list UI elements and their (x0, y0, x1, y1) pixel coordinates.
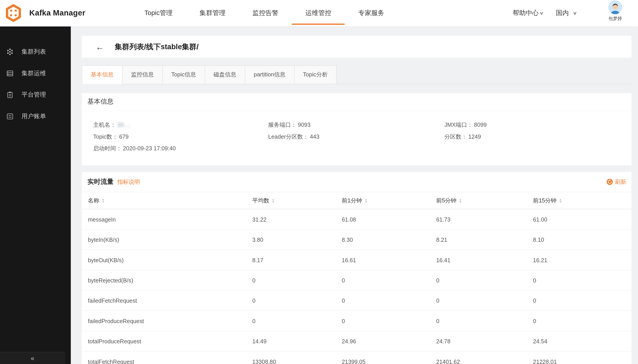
metric-1min: 61.08 (342, 216, 436, 222)
app-header: Kafka Manager Topic管理 集群管理 监控告警 运维管控 专家服… (0, 0, 638, 26)
field-label: Topic数： (93, 132, 118, 141)
metric-name: failedProduceRequest (88, 318, 252, 324)
metric-5min: 0 (436, 277, 533, 284)
region-label: 国内 (556, 9, 569, 18)
field-value: 8099 (474, 121, 487, 129)
column-header-15min[interactable]: 前15分钟▲▼ (533, 197, 631, 204)
metric-5min: 24.78 (436, 338, 533, 344)
table-row: byteIn(KB/s)3.808.308.218.10 (82, 230, 632, 250)
field-start-time: 启动时间：2020-09-23 17:09:40 (93, 144, 268, 152)
tab-label: Topic信息 (171, 71, 196, 79)
sidebar-item-platform-management[interactable]: 平台管理 (0, 84, 71, 106)
field-partition-count: 分区数：1249 (444, 132, 623, 141)
metric-5min: 61.73 (436, 216, 533, 222)
field-label: 启动时间： (93, 144, 122, 152)
nav-monitor-alert[interactable]: 监控告警 (239, 0, 292, 26)
back-button[interactable]: ← (96, 42, 104, 51)
sidebar-item-user-bill[interactable]: 用户账单 (0, 106, 71, 127)
column-header-name[interactable]: 名称▲▼ (88, 197, 252, 204)
field-value: 443 (310, 132, 319, 141)
help-center-label: 帮助中心 (513, 9, 539, 18)
app-logo-icon (4, 4, 23, 22)
realtime-metrics-table: 名称▲▼ 平均数▲▼ 前1分钟▲▼ 前5分钟▲▼ 前15分钟▲▼ message… (82, 192, 632, 364)
metric-mean: 0 (252, 297, 342, 304)
column-header-1min[interactable]: 前1分钟▲▼ (342, 197, 436, 204)
collapse-icon: « (31, 354, 35, 362)
metric-name: totalProduceRequest (88, 338, 252, 344)
tab-topic-analysis[interactable]: Topic分析 (294, 66, 337, 84)
field-label: Leader分区数： (268, 132, 309, 141)
sort-icons: ▲▼ (559, 198, 562, 203)
metric-mean: 13308.80 (252, 358, 342, 364)
platform-management-icon (6, 91, 14, 99)
help-center-menu[interactable]: 帮助中心 ∨ (513, 0, 543, 26)
basic-info-fields: 主机名：10.… 服务端口：9093 JMX端口：8099 Topic数：679… (82, 111, 632, 165)
refresh-button[interactable]: 刷新 (607, 178, 626, 186)
metric-mean: 3.80 (252, 236, 342, 243)
field-label: 分区数： (444, 132, 467, 141)
realtime-flow-panel: 实时流量 指标说明 刷新 名称▲▼ 平均数▲▼ 前1分钟▲▼ 前5分钟▲▼ 前1… (82, 172, 632, 364)
tab-label: 磁盘信息 (214, 71, 236, 79)
nav-topic-management[interactable]: Topic管理 (131, 0, 186, 26)
metric-5min: 16.41 (436, 256, 533, 263)
tab-topic-info[interactable]: Topic信息 (162, 66, 205, 84)
table-row: byteRejected(B/s)0000 (82, 270, 632, 290)
metric-5min: 21401.62 (436, 358, 533, 364)
tab-label: 监控信息 (131, 71, 154, 79)
sidebar-item-cluster-ops[interactable]: 集群运维 (0, 63, 71, 84)
metric-mean: 8.17 (252, 256, 342, 263)
sidebar: 集群列表 集群运维 平台管理 用户账单 « (0, 26, 71, 364)
metric-mean: 31.22 (252, 216, 342, 222)
brand[interactable]: Kafka Manager (4, 4, 85, 22)
tab-partition-info[interactable]: partition信息 (245, 66, 294, 84)
nav-label: 监控告警 (252, 9, 279, 18)
metric-mean: 0 (252, 277, 342, 284)
refresh-label: 刷新 (615, 178, 626, 186)
metric-5min: 0 (436, 297, 533, 304)
tab-monitor-info[interactable]: 监控信息 (122, 66, 163, 84)
chevron-down-icon: ∨ (539, 10, 544, 16)
sort-icons: ▲▼ (102, 198, 105, 203)
column-label: 名称 (88, 197, 99, 204)
nav-cluster-management[interactable]: 集群管理 (186, 0, 239, 26)
field-label: JMX端口： (444, 121, 473, 129)
metric-15min: 21228.01 (533, 358, 631, 364)
field-value: 9093 (298, 121, 310, 129)
metric-mean: 0 (252, 318, 342, 324)
app-title: Kafka Manager (29, 8, 85, 18)
breadcrumb: 集群列表/线下stable集群/ (115, 42, 199, 52)
region-selector[interactable]: 国内 ∨ (556, 0, 577, 26)
sidebar-item-cluster-list[interactable]: 集群列表 (0, 41, 71, 63)
column-header-mean[interactable]: 平均数▲▼ (252, 197, 342, 204)
metrics-explanation-link[interactable]: 指标说明 (117, 178, 140, 186)
metric-1min: 24.96 (342, 338, 436, 344)
nav-label: Topic管理 (144, 9, 172, 18)
nav-expert-service[interactable]: 专家服务 (345, 0, 398, 26)
sidebar-collapse-button[interactable]: « (0, 352, 65, 364)
column-header-5min[interactable]: 前5分钟▲▼ (436, 197, 533, 204)
field-service-port: 服务端口：9093 (268, 121, 444, 129)
metric-15min: 0 (533, 318, 631, 324)
sort-desc-icon: ▼ (459, 201, 462, 203)
metric-1min: 0 (342, 297, 436, 304)
app-root: Kafka Manager Topic管理 集群管理 监控告警 运维管控 专家服… (0, 0, 638, 364)
realtime-flow-title: 实时流量 (88, 178, 114, 186)
tab-label: partition信息 (254, 71, 286, 79)
user-menu[interactable]: 包梦婷 (606, 0, 624, 22)
field-value: 10.… (117, 121, 131, 129)
sidebar-item-label: 平台管理 (22, 91, 46, 99)
metric-name: byteOut(KB/s) (88, 256, 252, 263)
column-label: 平均数 (252, 197, 269, 204)
basic-info-panel: 基本信息 主机名：10.… 服务端口：9093 JMX端口：8099 Topic… (82, 93, 632, 165)
sidebar-item-label: 用户账单 (22, 112, 46, 120)
field-hostname: 主机名：10.… (93, 121, 268, 129)
detail-tabs: 基本信息 监控信息 Topic信息 磁盘信息 partition信息 Topic… (82, 66, 632, 84)
nav-ops-control[interactable]: 运维管控 (292, 0, 345, 26)
metric-name: totalFetchRequest (88, 358, 252, 364)
metric-15min: 61.00 (533, 216, 631, 222)
tab-disk-info[interactable]: 磁盘信息 (204, 66, 245, 84)
chevron-down-icon: ∨ (573, 10, 577, 16)
sort-icons: ▲▼ (364, 198, 367, 203)
tab-basic-info[interactable]: 基本信息 (82, 66, 123, 84)
sort-desc-icon: ▼ (101, 201, 105, 203)
